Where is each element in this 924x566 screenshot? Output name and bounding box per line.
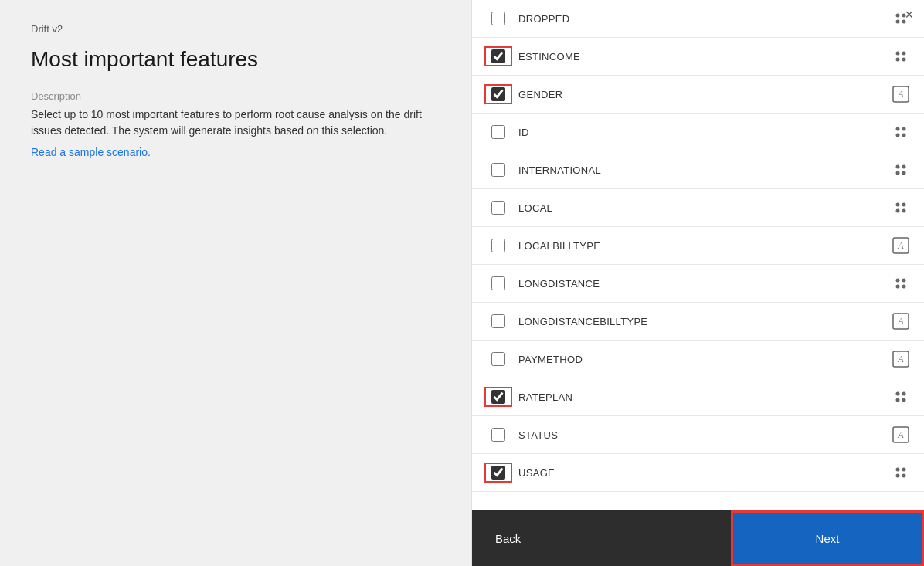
svg-text:A: A	[897, 316, 904, 327]
feature-row[interactable]: DROPPED	[472, 0, 924, 38]
svg-text:A: A	[897, 429, 904, 440]
categorical-type-icon	[890, 275, 912, 292]
feature-checkbox[interactable]	[491, 466, 505, 480]
feature-checkbox[interactable]	[491, 163, 505, 177]
feature-name: STATUS	[518, 429, 890, 441]
feature-row[interactable]: ID	[472, 114, 924, 151]
feature-name: USAGE	[518, 467, 890, 479]
svg-point-10	[896, 127, 900, 131]
text-type-icon: A	[890, 86, 912, 103]
svg-point-4	[896, 52, 900, 56]
feature-checkbox[interactable]	[491, 12, 505, 25]
feature-checkbox[interactable]	[491, 49, 505, 63]
svg-point-12	[896, 134, 900, 137]
svg-point-18	[896, 203, 900, 207]
svg-point-19	[902, 203, 906, 207]
categorical-type-icon	[890, 161, 912, 178]
feature-name: GENDER	[518, 89, 890, 100]
svg-point-15	[902, 165, 906, 169]
svg-text:A: A	[897, 240, 904, 251]
categorical-type-icon	[890, 124, 912, 141]
feature-checkbox[interactable]	[491, 276, 505, 290]
svg-point-34	[896, 398, 900, 402]
feature-row[interactable]: GENDER A	[472, 76, 924, 114]
checkbox-wrap	[484, 352, 512, 366]
feature-name: PAYMETHOD	[518, 354, 890, 365]
close-button[interactable]: ×	[905, 8, 913, 22]
svg-point-7	[902, 58, 906, 62]
svg-point-21	[902, 209, 906, 213]
feature-checkbox[interactable]	[491, 239, 505, 252]
checkbox-wrap	[484, 428, 512, 442]
feature-checkbox[interactable]	[491, 201, 505, 215]
svg-point-16	[896, 171, 900, 175]
feature-row[interactable]: INTERNATIONAL	[472, 151, 924, 189]
svg-point-0	[896, 14, 900, 18]
svg-point-17	[902, 171, 906, 175]
svg-point-25	[902, 279, 906, 283]
feature-row[interactable]: STATUS A	[472, 416, 924, 454]
checkbox-wrap	[484, 12, 512, 25]
feature-name: LOCAL	[518, 202, 890, 214]
categorical-type-icon	[890, 388, 912, 405]
svg-point-13	[902, 134, 906, 137]
svg-point-33	[902, 392, 906, 396]
svg-text:A: A	[897, 89, 904, 100]
checkbox-wrap	[484, 276, 512, 290]
text-type-icon: A	[890, 351, 912, 368]
svg-point-11	[902, 127, 906, 131]
app-title: Drift v2	[31, 23, 440, 35]
feature-name: LOCALBILLTYPE	[518, 240, 890, 252]
svg-point-2	[896, 20, 900, 24]
feature-checkbox[interactable]	[491, 428, 505, 442]
checkbox-wrap	[484, 314, 512, 328]
next-button[interactable]: Next	[731, 510, 924, 566]
feature-row[interactable]: USAGE	[472, 454, 924, 492]
svg-point-35	[902, 398, 906, 402]
feature-row[interactable]: LOCALBILLTYPE A	[472, 227, 924, 265]
checkbox-wrap	[484, 84, 512, 104]
feature-row[interactable]: PAYMETHOD A	[472, 341, 924, 378]
feature-row[interactable]: LOCAL	[472, 189, 924, 227]
feature-checkbox[interactable]	[491, 314, 505, 328]
page-title: Most important features	[31, 47, 440, 72]
feature-checkbox[interactable]	[491, 352, 505, 366]
description-text: Select up to 10 most important features …	[31, 107, 440, 139]
checkbox-wrap	[484, 46, 512, 66]
checkbox-wrap	[484, 125, 512, 139]
checkbox-wrap	[484, 387, 512, 407]
svg-point-20	[896, 209, 900, 213]
feature-name: ID	[518, 127, 890, 138]
svg-point-40	[896, 474, 900, 478]
svg-point-41	[902, 474, 906, 478]
feature-row[interactable]: RATEPLAN	[472, 378, 924, 416]
feature-row[interactable]: ESTINCOME	[472, 38, 924, 76]
svg-point-39	[902, 468, 906, 472]
feature-checkbox[interactable]	[491, 390, 505, 404]
feature-checkbox[interactable]	[491, 87, 505, 101]
feature-list: DROPPED ESTINCOME GENDER A ID INTERNATIO…	[472, 0, 924, 510]
checkbox-wrap	[484, 163, 512, 177]
back-button[interactable]: Back	[472, 510, 731, 566]
categorical-type-icon	[890, 199, 912, 216]
checkbox-wrap	[484, 463, 512, 483]
svg-point-38	[896, 468, 900, 472]
svg-point-24	[896, 279, 900, 283]
svg-text:A: A	[897, 354, 904, 364]
checkbox-wrap	[484, 201, 512, 215]
feature-checkbox[interactable]	[491, 125, 505, 139]
feature-row[interactable]: LONGDISTANCEBILLTYPE A	[472, 303, 924, 341]
feature-name: INTERNATIONAL	[518, 164, 890, 176]
description-label: Description	[31, 90, 440, 102]
categorical-type-icon	[890, 48, 912, 65]
svg-point-26	[896, 285, 900, 289]
feature-name: LONGDISTANCE	[518, 278, 890, 290]
right-panel: × DROPPED ESTINCOME GENDER A ID INTERNAT	[471, 0, 924, 566]
text-type-icon: A	[890, 426, 912, 443]
feature-name: RATEPLAN	[518, 391, 890, 403]
footer: Back Next	[472, 510, 924, 566]
categorical-type-icon	[890, 464, 912, 481]
feature-name: ESTINCOME	[518, 51, 890, 63]
feature-row[interactable]: LONGDISTANCE	[472, 265, 924, 303]
read-more-link[interactable]: Read a sample scenario.	[31, 146, 151, 158]
